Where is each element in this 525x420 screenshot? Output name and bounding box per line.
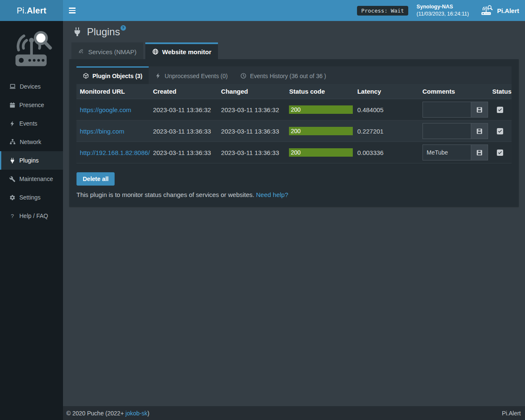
col-monitored-url: Monitored URL (76, 84, 150, 99)
cube-icon (83, 73, 89, 79)
col-status: Status (489, 84, 512, 99)
col-comments: Comments (419, 84, 489, 99)
table-header-row: Monitored URL Created Changed Status cod… (76, 84, 512, 99)
sidebar-item-devices[interactable]: Devices (0, 77, 63, 96)
tab-label: Website monitor (162, 48, 211, 55)
floppy-save-icon (476, 106, 483, 113)
comment-input[interactable] (423, 123, 471, 139)
content-area: Plugins ? Services (NMAP) Website monito… (63, 21, 525, 406)
app-logo[interactable]: Pi.Alert (0, 0, 63, 21)
status-checkbox[interactable] (497, 107, 503, 113)
hamburger-menu-icon[interactable] (63, 0, 81, 21)
footer-brand: Pi.Alert (502, 410, 521, 417)
bolt-icon (155, 73, 161, 79)
sidebar-item-plugins[interactable]: Plugins (0, 151, 63, 170)
floppy-save-icon (476, 128, 483, 135)
monitored-url-link[interactable]: https://bing.com (80, 128, 124, 135)
table-row: http://192.168.1.82:8086/ 2023-03-11 13:… (76, 142, 512, 163)
sidebar: Devices Presence Events Network Plugins … (0, 21, 63, 420)
sidebar-item-label: Maintenance (19, 176, 53, 182)
comment-input-group (423, 123, 488, 139)
tab-events-history[interactable]: Events History (36 out of 36 ) (234, 66, 332, 84)
laptop-icon (9, 83, 16, 90)
col-latency: Latency (354, 84, 419, 99)
router-scan-icon (480, 5, 493, 16)
col-changed: Changed (218, 84, 286, 99)
sidebar-item-label: Events (19, 120, 37, 127)
clock-icon (240, 73, 247, 79)
save-comment-button[interactable] (471, 102, 488, 118)
status-code-bar: 200 (289, 127, 353, 135)
latency-cell: 0.227201 (354, 121, 419, 142)
comment-input-group (423, 144, 488, 160)
sidebar-menu: Devices Presence Events Network Plugins … (0, 77, 63, 225)
copyright-close: ) (147, 410, 150, 417)
created-cell: 2023-03-11 13:36:33 (150, 121, 218, 142)
page-header: Plugins ? (63, 21, 525, 42)
latency-cell: 0.484005 (354, 99, 419, 121)
monitored-url-link[interactable]: http://192.168.1.82:8086/ (80, 149, 150, 156)
comment-input[interactable] (423, 102, 471, 118)
comment-input[interactable] (423, 144, 471, 160)
tab-website-monitor[interactable]: Website monitor (145, 42, 218, 59)
save-comment-button[interactable] (471, 123, 488, 139)
changed-cell: 2023-03-11 13:36:33 (218, 121, 286, 142)
sidebar-item-label: Settings (19, 194, 41, 201)
website-monitor-panel: Plugin Objects (3) Unprocessed Events (0… (69, 59, 519, 207)
object-tabs: Plugin Objects (3) Unprocessed Events (0… (76, 66, 512, 84)
sidebar-item-help-faq[interactable]: Help / FAQ (0, 207, 63, 225)
main-footer: © 2020 Puche (2022+ jokob-sk ) Pi.Alert (63, 406, 525, 420)
app-logo-text: Pi.Alert (17, 6, 47, 16)
status-code-bar: 200 (289, 105, 353, 114)
latency-cell: 0.003336 (354, 142, 419, 163)
col-created: Created (150, 84, 218, 99)
sidebar-item-events[interactable]: Events (0, 114, 63, 133)
tab-label: Unprocessed Events (0) (165, 73, 228, 79)
gear-icon (9, 194, 16, 201)
network-icon (9, 139, 16, 145)
status-code-bar: 200 (289, 148, 353, 157)
status-checkbox[interactable] (497, 150, 503, 156)
sidebar-item-network[interactable]: Network (0, 133, 63, 151)
table-row: https://google.com 2023-03-11 13:36:32 2… (76, 99, 512, 121)
need-help-link[interactable]: Need help? (256, 191, 289, 198)
bolt-icon (9, 121, 16, 127)
tab-label: Events History (36 out of 36 ) (250, 73, 326, 79)
sidebar-item-label: Presence (19, 102, 44, 108)
status-checkbox[interactable] (497, 128, 503, 134)
sidebar-item-presence[interactable]: Presence (0, 96, 63, 114)
tab-label: Services (NMAP) (88, 48, 136, 55)
plug-icon (9, 158, 16, 164)
globe-icon (152, 48, 159, 55)
host-name: Synology-NAS (417, 3, 469, 10)
signal-icon (78, 48, 85, 55)
delete-all-button[interactable]: Delete all (76, 172, 115, 186)
plug-icon (72, 27, 82, 37)
sidebar-item-label: Devices (20, 83, 41, 90)
monitored-url-link[interactable]: https://google.com (80, 106, 131, 113)
tab-plugin-objects[interactable]: Plugin Objects (3) (76, 66, 149, 84)
plugin-description: This plugin is to monitor status changes… (76, 191, 512, 198)
jokob-sk-link[interactable]: jokob-sk (126, 410, 147, 417)
tab-services-nmap[interactable]: Services (NMAP) (71, 42, 143, 59)
sidebar-item-maintenance[interactable]: Maintenance (0, 170, 63, 188)
col-status-code: Status code (286, 84, 354, 99)
sidebar-logo (0, 21, 63, 77)
question-icon (9, 213, 16, 219)
description-text: This plugin is to monitor status changes… (76, 191, 255, 198)
help-badge[interactable]: ? (121, 25, 126, 31)
host-info: Synology-NAS (11/03/2023, 16:24:11) (417, 3, 469, 18)
tab-unprocessed-events[interactable]: Unprocessed Events (0) (149, 66, 234, 84)
page-title: Plugins (87, 26, 120, 38)
changed-cell: 2023-03-11 13:36:32 (218, 99, 286, 121)
save-comment-button[interactable] (471, 144, 488, 160)
header-brand-link[interactable]: Pi.Alert (480, 5, 519, 16)
sidebar-item-settings[interactable]: Settings (0, 188, 63, 207)
monitored-urls-table: Monitored URL Created Changed Status cod… (76, 84, 512, 163)
sidebar-item-label: Help / FAQ (19, 213, 48, 219)
check-icon (498, 129, 502, 134)
check-icon (498, 108, 502, 112)
table-row: https://bing.com 2023-03-11 13:36:33 202… (76, 121, 512, 142)
sidebar-item-label: Plugins (19, 157, 39, 164)
sidebar-item-label: Network (20, 139, 41, 145)
